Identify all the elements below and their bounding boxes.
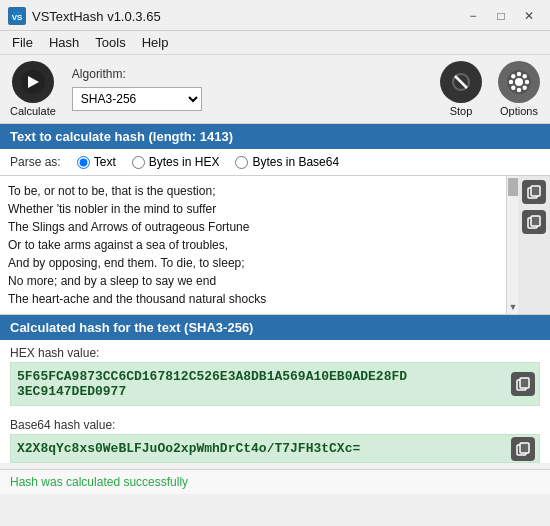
stop-icon: [440, 61, 482, 103]
minimize-button[interactable]: −: [460, 6, 486, 26]
status-message: Hash was calculated successfully: [10, 475, 188, 489]
options-label: Options: [500, 105, 538, 117]
app-title: VSTextHash v1.0.3.65: [32, 9, 161, 24]
parse-label: Parse as:: [10, 155, 61, 169]
svg-text:VS: VS: [12, 13, 23, 22]
parse-row: Parse as: Text Bytes in HEX Bytes in Bas…: [0, 149, 550, 176]
window-controls: − □ ✕: [460, 6, 542, 26]
title-bar: VS VSTextHash v1.0.3.65 − □ ✕: [0, 0, 550, 31]
menu-help[interactable]: Help: [134, 33, 177, 52]
text-input-section: To be, or not to be, that is the questio…: [0, 176, 550, 315]
base64-copy-button[interactable]: [511, 437, 535, 461]
svg-rect-22: [520, 378, 529, 388]
hex-hash-container: 5F65FCA9873CC6CD167812C526E3A8DB1A569A10…: [10, 362, 540, 406]
algorithm-select[interactable]: SHA3-256 MD5 SHA1 SHA256 SHA512: [72, 87, 202, 111]
svg-point-13: [511, 74, 515, 78]
parse-base64-radio[interactable]: [235, 156, 248, 169]
svg-point-16: [523, 74, 527, 78]
stop-label: Stop: [450, 105, 473, 117]
algorithm-label: Algorithm:: [72, 67, 126, 81]
toolbar: Calculate Algorithm: SHA3-256 MD5 SHA1 S…: [0, 55, 550, 124]
parse-text-radio[interactable]: [77, 156, 90, 169]
base64-hash-value: X2X8qYc8xs0WeBLFJuOo2xpWmhDrCt4o/T7JFH3t…: [17, 441, 360, 456]
svg-point-14: [523, 86, 527, 90]
scrollbar-thumb[interactable]: [508, 178, 518, 196]
svg-rect-18: [531, 186, 540, 196]
hash-section-header: Calculated hash for the text (SHA3-256): [0, 315, 550, 340]
calculate-label: Calculate: [10, 105, 56, 117]
status-bar: Hash was calculated successfully: [0, 469, 550, 494]
close-button[interactable]: ✕: [516, 6, 542, 26]
hex-label: HEX hash value:: [0, 340, 550, 362]
stop-button[interactable]: Stop: [440, 61, 482, 117]
scrollbar[interactable]: ▼: [506, 176, 518, 314]
menu-file[interactable]: File: [4, 33, 41, 52]
app-icon: VS: [8, 7, 26, 25]
calculate-button[interactable]: Calculate: [10, 61, 56, 117]
svg-rect-20: [531, 216, 540, 226]
svg-point-12: [525, 80, 529, 84]
text-input[interactable]: To be, or not to be, that is the questio…: [0, 176, 506, 314]
parse-hex-radio[interactable]: [132, 156, 145, 169]
svg-point-10: [517, 88, 521, 92]
hash-section: HEX hash value: 5F65FCA9873CC6CD167812C5…: [0, 340, 550, 463]
copy-text-button2[interactable]: [522, 210, 546, 234]
algorithm-section: Algorithm: SHA3-256 MD5 SHA1 SHA256 SHA5…: [72, 67, 424, 111]
svg-point-9: [517, 72, 521, 76]
svg-rect-24: [520, 443, 529, 453]
menu-tools[interactable]: Tools: [87, 33, 133, 52]
text-section-header: Text to calculate hash (length: 1413): [0, 124, 550, 149]
svg-point-8: [515, 78, 523, 86]
menu-hash[interactable]: Hash: [41, 33, 87, 52]
parse-text-option[interactable]: Text: [77, 155, 116, 169]
hex-hash-value: 5F65FCA9873CC6CD167812C526E3A8DB1A569A10…: [17, 369, 407, 399]
menu-bar: File Hash Tools Help: [0, 31, 550, 55]
parse-base64-option[interactable]: Bytes in Base64: [235, 155, 339, 169]
options-icon: [498, 61, 540, 103]
hex-copy-button[interactable]: [511, 372, 535, 396]
copy-text-button[interactable]: [522, 180, 546, 204]
svg-point-11: [509, 80, 513, 84]
svg-point-15: [511, 86, 515, 90]
parse-hex-option[interactable]: Bytes in HEX: [132, 155, 220, 169]
base64-label: Base64 hash value:: [0, 412, 550, 434]
base64-hash-container: X2X8qYc8xs0WeBLFJuOo2xpWmhDrCt4o/T7JFH3t…: [10, 434, 540, 463]
calculate-icon: [12, 61, 54, 103]
maximize-button[interactable]: □: [488, 6, 514, 26]
text-copy-area: [518, 176, 550, 314]
options-button[interactable]: Options: [498, 61, 540, 117]
